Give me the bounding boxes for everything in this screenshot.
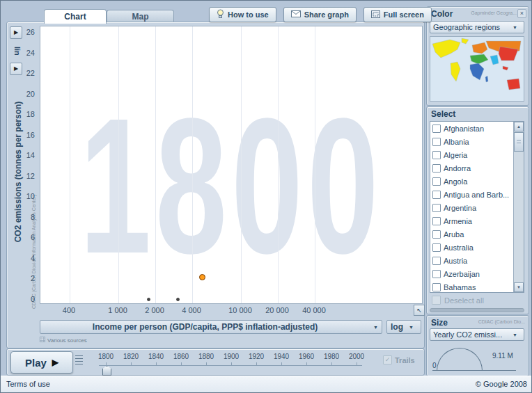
country-row[interactable]: Bahamas <box>430 280 513 293</box>
x-tick-label: 400 <box>63 306 75 314</box>
country-checkbox[interactable] <box>432 138 441 146</box>
x-scale-value: log <box>391 322 403 332</box>
color-indicator-dropdown[interactable]: Geographic regions ▼ <box>430 21 524 33</box>
y-tick-label: 10 <box>14 192 35 201</box>
timeline-year-label: 1820 <box>123 353 139 360</box>
country-label: Bahamas <box>444 283 476 291</box>
size-legend-dome <box>437 348 483 371</box>
country-list-scrollbar[interactable]: ▲ ▼ <box>513 122 524 292</box>
deselect-all-control[interactable]: Deselect all <box>432 296 484 305</box>
timeline-tickmark <box>206 362 207 366</box>
trails-checkbox[interactable]: ✓ <box>383 355 392 364</box>
country-row[interactable]: Armenia <box>430 214 513 227</box>
year-watermark: 1800 <box>40 75 422 296</box>
country-row[interactable]: Algeria <box>430 148 513 161</box>
timeline-year-label: 1940 <box>274 353 289 360</box>
country-checkbox[interactable] <box>432 177 441 186</box>
region-color-legend-map <box>430 36 524 102</box>
country-label: Armenia <box>444 217 472 225</box>
timeline-track[interactable]: 1800182018401860188019001920194019601980… <box>79 351 372 374</box>
x-tick-label: 1 000 <box>108 306 127 314</box>
country-checkbox[interactable] <box>432 283 441 291</box>
timeline-panel: Play ▶ 180018201840186018801900192019401… <box>6 348 425 376</box>
data-point[interactable] <box>176 298 180 301</box>
country-checkbox[interactable] <box>432 257 441 265</box>
x-scale-dropdown[interactable]: log ▼ <box>386 320 421 334</box>
country-checkbox[interactable] <box>432 125 441 133</box>
y-tick-label: 14 <box>14 151 35 160</box>
timeline-year-label: 2000 <box>349 353 364 360</box>
timeline-tickmark <box>306 362 307 366</box>
trails-control: ✓ Trails <box>383 355 415 364</box>
select-panel: Select AfghanistanAlbaniaAlgeriaAndorraA… <box>426 106 529 314</box>
scroll-up-icon[interactable]: ▲ <box>514 122 524 131</box>
country-row[interactable]: Andorra <box>430 161 513 175</box>
timeline-year-label: 1840 <box>148 353 164 360</box>
country-label: Albania <box>444 138 469 146</box>
y-tick-label: 8 <box>14 213 35 222</box>
y-tick-label: 0 <box>14 295 35 304</box>
size-legend-baseline <box>432 370 516 371</box>
size-indicator-dropdown[interactable]: Yearly CO2 emissi... ▼ <box>430 328 524 341</box>
country-checkbox[interactable] <box>432 151 441 159</box>
y-axis-ticks: 02468101214161820222426 <box>7 26 38 303</box>
play-button[interactable]: Play ▶ <box>10 351 73 374</box>
footer-bar: Terms of use © Google 2008 <box>1 376 532 393</box>
country-row[interactable]: Austria <box>430 254 513 267</box>
country-checkbox[interactable] <box>432 204 441 212</box>
timeline-tickmark <box>231 362 232 366</box>
country-checkbox[interactable] <box>432 217 441 225</box>
scroll-down-icon[interactable]: ▼ <box>514 282 524 292</box>
scrollbar-thumb[interactable] <box>514 132 524 152</box>
size-min-label: 0 <box>432 362 437 369</box>
timeline-tickmark <box>181 362 182 366</box>
sources-note-label: Various sources <box>47 337 87 344</box>
country-checkbox[interactable] <box>432 243 441 252</box>
close-icon[interactable]: × <box>517 9 526 18</box>
gridline <box>315 26 315 303</box>
color-panel: Color Gapminder Geogra... × Geographic r… <box>426 6 529 106</box>
timeline-year-label: 1980 <box>324 353 339 360</box>
country-row[interactable]: Angola <box>430 175 513 188</box>
y-tick-label: 2 <box>14 274 35 283</box>
country-listbox: AfghanistanAlbaniaAlgeriaAndorraAngolaAn… <box>430 121 524 293</box>
how-to-use-button[interactable]: How to use <box>209 7 276 22</box>
country-checkbox[interactable] <box>432 191 441 199</box>
horizontal-scrollbar[interactable] <box>430 308 524 312</box>
deselect-all-label: Deselect all <box>444 296 484 305</box>
deselect-all-checkbox[interactable] <box>432 296 441 305</box>
country-checkbox[interactable] <box>432 164 441 173</box>
lightbulb-icon <box>217 9 224 20</box>
country-label: Algeria <box>444 151 467 159</box>
share-graph-button[interactable]: Share graph <box>283 7 357 22</box>
chart-panel: ▶ lin ▶ CO2 emissions (tonnes per person… <box>6 22 425 348</box>
color-panel-title: Color <box>431 9 453 19</box>
data-point[interactable] <box>199 274 205 280</box>
country-row[interactable]: Aruba <box>430 227 513 241</box>
country-checkbox[interactable] <box>432 230 441 239</box>
data-point[interactable] <box>147 298 150 301</box>
country-label: Aruba <box>444 230 464 239</box>
country-row[interactable]: Australia <box>430 241 513 254</box>
share-graph-label: Share graph <box>304 10 349 19</box>
fullscreen-icon <box>371 10 380 19</box>
full-screen-button[interactable]: Full screen <box>363 7 432 22</box>
country-row[interactable]: Azerbaijan <box>430 267 513 280</box>
country-row[interactable]: Antigua and Barb... <box>430 188 513 201</box>
gridline <box>241 26 242 303</box>
country-row[interactable]: Argentina <box>430 201 513 214</box>
country-label: Argentina <box>444 204 476 212</box>
terms-of-use-link[interactable]: Terms of use <box>6 380 50 388</box>
country-row[interactable]: Afghanistan <box>430 122 513 135</box>
country-checkbox[interactable] <box>432 270 441 278</box>
timeline-year-label: 1860 <box>173 353 189 360</box>
x-axis-indicator-dropdown[interactable]: Income per person (GDP/capita, PPP$ infl… <box>40 320 382 334</box>
gridline <box>278 26 279 303</box>
chevron-down-icon: ▼ <box>409 325 414 330</box>
tab-chart[interactable]: Chart <box>44 9 107 24</box>
country-row[interactable]: Albania <box>430 135 513 148</box>
timeline-tickmark <box>131 362 132 366</box>
year-slider-handle[interactable] <box>102 366 111 376</box>
resize-plot-handle[interactable]: ↖ <box>414 305 425 316</box>
y-tick-label: 16 <box>14 131 35 140</box>
